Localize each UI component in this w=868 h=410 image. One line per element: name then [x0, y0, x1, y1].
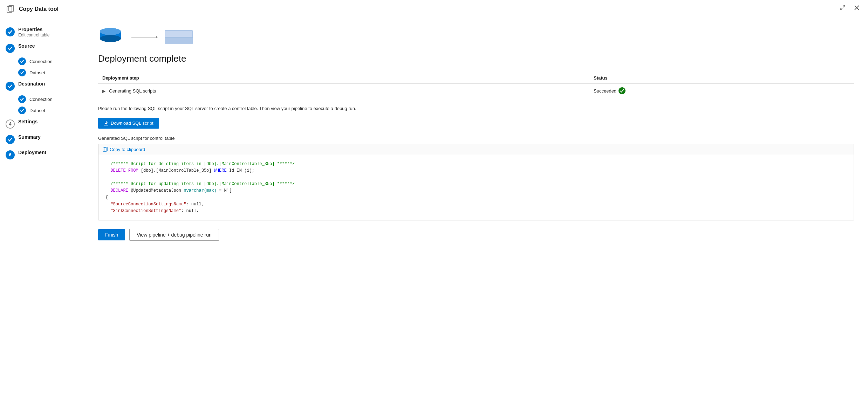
step-subtitle-properties: Edit control table — [18, 33, 49, 37]
copy-clipboard-label: Copy to clipboard — [110, 147, 145, 152]
step-title-properties: Properties — [18, 27, 49, 32]
source-dataset-label: Dataset — [29, 70, 45, 75]
source-connection-label: Connection — [29, 59, 53, 64]
sidebar-item-deployment[interactable]: 6 Deployment — [0, 147, 84, 162]
svg-point-8 — [100, 35, 121, 42]
sql-json-key-1: "SourceConnectionSettingsName" — [105, 202, 186, 207]
deployment-step-cell: ▶ Generating SQL scripts — [98, 84, 589, 98]
top-bar: Copy Data tool — [0, 0, 868, 18]
status-text: Succeeded — [594, 88, 616, 94]
step-circle-deployment: 6 — [6, 150, 15, 159]
svg-rect-13 — [165, 31, 192, 37]
sql-keyword-where: WHERE — [214, 168, 227, 173]
step-title-destination: Destination — [18, 81, 45, 87]
download-icon — [104, 121, 109, 125]
step-circle-settings: 4 — [6, 119, 15, 129]
destination-connection-label: Connection — [29, 97, 53, 102]
destination-connection-circle — [18, 95, 26, 103]
main-content: Deployment complete Deployment step Stat… — [84, 18, 868, 410]
table-row: ▶ Generating SQL scripts Succeeded — [98, 84, 854, 98]
destination-connection-item[interactable]: Connection — [18, 94, 84, 105]
expand-icon[interactable]: ▶ — [102, 89, 105, 94]
status-cell: Succeeded — [589, 84, 854, 98]
sidebar-item-destination[interactable]: Destination — [0, 78, 84, 94]
step-circle-summary — [6, 135, 15, 144]
finish-button[interactable]: Finish — [98, 229, 125, 240]
sql-line-6: "SourceConnectionSettingsName": null, — [105, 201, 847, 208]
step-title-summary: Summary — [18, 134, 41, 140]
col-header-status: Status — [589, 73, 854, 84]
sql-keyword-declare: DECLARE — [105, 188, 128, 193]
step-circle-properties — [6, 27, 15, 36]
expand-button[interactable] — [839, 4, 847, 12]
step-title-settings: Settings — [18, 119, 37, 124]
success-icon — [618, 87, 626, 94]
sql-keyword-delete: DELETE FROM — [105, 168, 138, 173]
sql-comment-2: /****** Script for updating items in [db… — [105, 182, 295, 186]
sql-line-3: /****** Script for updating items in [db… — [105, 181, 847, 187]
sql-line-4: DECLARE @UpdatedMetadataJson nvarchar(ma… — [105, 187, 847, 194]
source-db-icon — [98, 27, 123, 48]
sql-line-5: { — [105, 194, 847, 201]
view-pipeline-button[interactable]: View pipeline + debug pipeline run — [129, 229, 219, 241]
instructions-text: Please run the following SQL script in y… — [98, 105, 854, 112]
sidebar-item-settings[interactable]: 4 Settings — [0, 116, 84, 131]
sql-toolbar: Copy to clipboard — [98, 144, 854, 155]
clipboard-icon — [103, 147, 108, 152]
copy-data-icon — [6, 4, 15, 14]
sidebar-item-properties[interactable]: Properties Edit control table — [0, 24, 84, 40]
download-btn-label: Download SQL script — [111, 121, 153, 126]
sql-line-blank — [105, 174, 847, 181]
sql-line-1: /****** Script for deleting items in [db… — [105, 161, 847, 168]
step-title-deployment: Deployment — [18, 150, 46, 155]
col-header-step: Deployment step — [98, 73, 589, 84]
sql-code-area[interactable]: /****** Script for deleting items in [db… — [98, 155, 854, 220]
deployment-step-text: Generating SQL scripts — [109, 88, 156, 94]
sql-comment-1: /****** Script for deleting items in [db… — [105, 162, 295, 166]
deployment-title: Deployment complete — [98, 53, 854, 64]
source-sub-items: Connection Dataset — [0, 56, 84, 78]
step-circle-destination — [6, 82, 15, 91]
step-circle-source — [6, 44, 15, 53]
sidebar: Properties Edit control table Source Con… — [0, 18, 84, 410]
destination-dataset-label: Dataset — [29, 108, 45, 113]
sql-line-7: "SinkConnectionSettingsName": null, — [105, 208, 847, 214]
status-succeeded: Succeeded — [594, 87, 850, 94]
destination-sub-items: Connection Dataset — [0, 94, 84, 116]
sql-script-label: Generated SQL script for control table — [98, 136, 854, 141]
destination-dataset-item[interactable]: Dataset — [18, 105, 84, 116]
sidebar-item-summary[interactable]: Summary — [0, 131, 84, 147]
source-connection-item[interactable]: Connection — [18, 56, 84, 67]
sql-line-2: DELETE FROM [dbo].[MainControlTable_35o]… — [105, 168, 847, 174]
source-dataset-item[interactable]: Dataset — [18, 67, 84, 78]
dest-db-icon — [165, 30, 193, 44]
svg-rect-14 — [165, 38, 192, 43]
svg-point-9 — [100, 28, 121, 35]
footer-buttons: Finish View pipeline + debug pipeline ru… — [98, 229, 854, 241]
copy-clipboard-button[interactable]: Copy to clipboard — [103, 147, 145, 152]
sql-type: nvarchar(max) — [184, 188, 217, 193]
sql-json-key-2: "SinkConnectionSettingsName" — [105, 209, 181, 213]
download-sql-button[interactable]: Download SQL script — [98, 118, 159, 129]
sql-script-container: Copy to clipboard /****** Script for del… — [98, 144, 854, 221]
svg-marker-11 — [156, 36, 158, 39]
sidebar-item-source[interactable]: Source — [0, 40, 84, 56]
app-title: Copy Data tool — [19, 6, 59, 12]
source-dataset-circle — [18, 69, 26, 76]
deployment-table: Deployment step Status ▶ Generating SQL … — [98, 73, 854, 98]
close-button[interactable] — [853, 4, 861, 12]
destination-dataset-circle — [18, 107, 26, 114]
connector-icon — [130, 32, 158, 42]
step-title-source: Source — [18, 43, 35, 49]
header-icons — [98, 27, 854, 48]
source-connection-circle — [18, 57, 26, 65]
